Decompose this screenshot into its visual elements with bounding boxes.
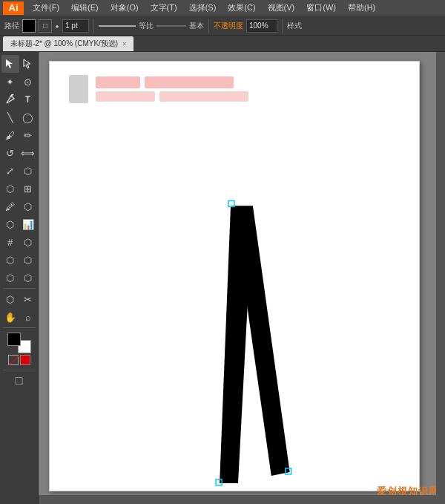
blend-btn[interactable]: ⬡	[19, 197, 37, 215]
tab-bar: 未标题-2* @ 100% (CMYK/预选) ×	[0, 36, 445, 52]
path-label: 路径	[4, 21, 19, 31]
pen-tool-btn[interactable]	[1, 91, 19, 108]
tab-label: 未标题-2* @ 100% (CMYK/预选)	[10, 39, 118, 49]
tool-row-scale: ⤢ ⬡	[0, 162, 38, 180]
zoom-btn[interactable]: ⌕	[19, 308, 37, 326]
tab-close-btn[interactable]: ×	[122, 40, 126, 48]
base-label: 基本	[189, 21, 204, 31]
style-label: 样式	[287, 21, 302, 31]
stroke-shape-btn[interactable]: □	[39, 19, 52, 33]
svg-marker-0	[6, 59, 13, 68]
tool-row-pen: T	[0, 91, 38, 108]
menu-view[interactable]: 视图(V)	[265, 1, 298, 15]
main-layout: ✦ ⊙ T ╲ ◯ 🖌 ✏ ↺ ⟺ ⤢ ⬡ ⬡ ⊞ 🖉	[0, 52, 445, 504]
menu-help[interactable]: 帮助(H)	[345, 1, 378, 15]
menu-text[interactable]: 文字(T)	[148, 1, 180, 15]
tool-row-line: ╲ ◯	[0, 108, 38, 126]
separator-3	[282, 19, 283, 33]
tool-row-eraser: ⬡ ✂	[0, 290, 38, 308]
line-style-preview	[99, 25, 136, 27]
tool-row-brush: 🖌 ✏	[0, 126, 38, 144]
paintbrush-btn[interactable]: 🖌	[1, 126, 19, 144]
none-color-btn[interactable]	[8, 355, 19, 365]
toolbar-divider-3	[3, 370, 36, 370]
ai-logo: Ai	[3, 1, 24, 15]
tool-row-lasso: ✦ ⊙	[0, 73, 38, 91]
pencil-btn[interactable]: ✏	[19, 126, 37, 144]
canvas-svg	[50, 62, 419, 491]
toolbar: ✦ ⊙ T ╲ ◯ 🖌 ✏ ↺ ⟺ ⤢ ⬡ ⬡ ⊞ 🖉	[0, 52, 39, 504]
artboard-btn[interactable]: ⬡	[1, 269, 19, 287]
svg-marker-1	[24, 59, 30, 68]
tool-row-hand: ✋ ⌕	[0, 308, 38, 326]
separator-2	[208, 19, 209, 33]
lasso-btn[interactable]: ⊙	[19, 73, 37, 91]
vertical-scrollbar[interactable]	[436, 52, 445, 504]
horizontal-scrollbar[interactable]	[39, 495, 436, 504]
canvas-area[interactable]: 爱创根知识网	[39, 52, 445, 504]
direct-selection-tool-btn[interactable]	[19, 55, 37, 73]
tool-row-view: □	[0, 372, 38, 390]
rotate-btn[interactable]: ↺	[1, 144, 19, 162]
menu-object[interactable]: 对象(O)	[108, 1, 142, 15]
menu-select[interactable]: 选择(S)	[186, 1, 220, 15]
opacity-input[interactable]	[246, 19, 277, 33]
mesh-btn[interactable]: #	[1, 233, 19, 251]
ellipse-btn[interactable]: ◯	[19, 108, 37, 126]
menu-window[interactable]: 窗口(W)	[303, 1, 339, 15]
scale-btn[interactable]: ⤢	[1, 162, 19, 180]
hand-btn[interactable]: ✋	[1, 308, 19, 326]
symbol-sprayer-btn[interactable]: ⬡	[1, 215, 19, 233]
line-segment-btn[interactable]: ╲	[1, 108, 19, 126]
menu-file[interactable]: 文件(F)	[30, 1, 62, 15]
menu-edit[interactable]: 编辑(E)	[68, 1, 102, 15]
warp-btn[interactable]: ⬡	[1, 180, 19, 197]
color-area	[7, 333, 31, 365]
shear-btn[interactable]: ⬡	[19, 162, 37, 180]
stroke-color-swatch[interactable]	[22, 19, 36, 33]
gradient-btn[interactable]: ⬡	[19, 233, 37, 251]
tool-row-eyedropper: 🖉 ⬡	[0, 197, 38, 215]
tool-row-rotate: ↺ ⟺	[0, 144, 38, 162]
scissors-btn[interactable]: ✂	[19, 290, 37, 308]
tool-row-symbol: ⬡ 📊	[0, 215, 38, 233]
foreground-color-swatch[interactable]	[7, 333, 21, 346]
separator-1	[93, 19, 94, 33]
document-tab[interactable]: 未标题-2* @ 100% (CMYK/预选) ×	[3, 36, 134, 51]
normal-view-btn[interactable]: □	[10, 372, 28, 390]
column-graph-btn[interactable]: 📊	[19, 215, 37, 233]
toolbar-divider-2	[3, 327, 36, 328]
menu-effect[interactable]: 效果(C)	[225, 1, 258, 15]
anchor-point-top	[228, 200, 234, 206]
title-bar: Ai 文件(F) 编辑(E) 对象(O) 文字(T) 选择(S) 效果(C) 视…	[0, 0, 445, 16]
toolbar-divider	[3, 288, 36, 289]
reset-color-btn[interactable]	[20, 355, 30, 365]
stroke-arrow-label: ⬥	[55, 22, 59, 30]
stroke-size-input[interactable]	[62, 19, 89, 33]
magic-wand-btn[interactable]: ✦	[1, 73, 19, 91]
live-paint-sel-btn[interactable]: ⬡	[19, 251, 37, 269]
line-label: 等比	[139, 21, 154, 31]
reflect-btn[interactable]: ⟺	[19, 144, 37, 162]
tool-row-mesh: # ⬡	[0, 233, 38, 251]
type-tool-btn[interactable]: T	[19, 91, 37, 108]
canvas-panel	[49, 61, 420, 491]
tool-row-artboard: ⬡ ⬡	[0, 269, 38, 287]
base-style-preview	[156, 25, 186, 27]
live-paint-btn[interactable]: ⬡	[1, 251, 19, 269]
eraser-btn[interactable]: ⬡	[1, 290, 19, 308]
color-mini-row	[8, 355, 30, 365]
selection-tool-btn[interactable]	[1, 55, 19, 73]
tool-row-selection	[0, 55, 38, 73]
eyedropper-btn[interactable]: 🖉	[1, 197, 19, 215]
tool-row-paint: ⬡ ⬡	[0, 251, 38, 269]
color-squares	[7, 333, 31, 353]
free-transform-btn[interactable]: ⊞	[19, 180, 37, 197]
opacity-label: 不透明度	[214, 21, 243, 31]
tool-row-warp: ⬡ ⊞	[0, 180, 38, 197]
menu-bar: 文件(F) 编辑(E) 对象(O) 文字(T) 选择(S) 效果(C) 视图(V…	[30, 1, 378, 15]
slice-btn[interactable]: ⬡	[19, 269, 37, 287]
control-bar: 路径 □ ⬥ 等比 基本 不透明度 样式	[0, 16, 445, 36]
